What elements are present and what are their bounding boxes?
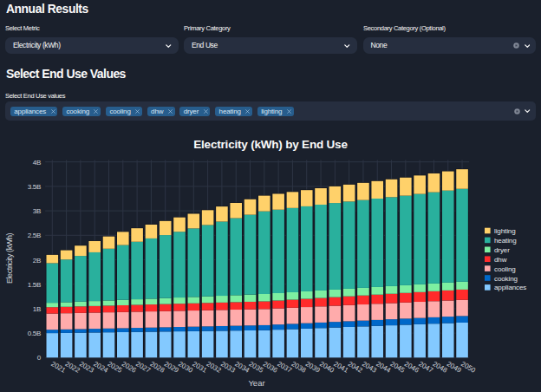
svg-text:2037: 2037 [276,360,293,375]
svg-text:2050: 2050 [460,360,477,375]
svg-text:cooling: cooling [494,265,516,273]
svg-text:dhw: dhw [494,256,507,264]
svg-text:Year: Year [248,378,264,388]
svg-text:2040: 2040 [318,360,336,375]
svg-text:2036: 2036 [262,360,279,375]
svg-text:appliances: appliances [494,284,526,291]
svg-text:3B: 3B [33,207,41,215]
svg-text:2041: 2041 [332,360,349,375]
svg-text:4B: 4B [33,159,41,167]
svg-text:2046: 2046 [403,360,420,375]
svg-text:2025: 2025 [107,360,124,375]
svg-text:2048: 2048 [431,360,448,375]
svg-text:2029: 2029 [163,360,180,375]
svg-text:2043: 2043 [361,360,378,375]
svg-text:2033: 2033 [219,360,237,375]
svg-text:2024: 2024 [92,360,109,375]
svg-text:heating: heating [494,237,517,245]
svg-text:dryer: dryer [494,246,510,254]
svg-text:2B: 2B [33,257,41,265]
svg-text:1B: 1B [33,305,41,313]
svg-text:2022: 2022 [64,360,81,375]
svg-text:0: 0 [37,354,42,362]
svg-text:2026: 2026 [121,360,138,375]
svg-text:2.5B: 2.5B [28,232,41,239]
svg-text:2045: 2045 [389,360,407,375]
svg-text:3.5B: 3.5B [28,183,41,191]
svg-text:2035: 2035 [248,360,265,375]
svg-text:Electricity (kWh): Electricity (kWh) [5,232,14,284]
svg-text:2049: 2049 [446,360,463,375]
svg-text:2047: 2047 [417,360,434,375]
svg-text:0.5B: 0.5B [28,330,41,337]
svg-text:2034: 2034 [233,360,251,375]
svg-text:2032: 2032 [205,360,223,375]
svg-text:Electricity (kWh) by End Use: Electricity (kWh) by End Use [193,138,348,151]
svg-text:cooking: cooking [494,275,518,283]
svg-text:2027: 2027 [134,360,152,375]
svg-text:2021: 2021 [49,360,67,375]
svg-text:2042: 2042 [347,360,364,375]
svg-text:1.5B: 1.5B [28,281,41,289]
svg-text:2044: 2044 [375,360,392,375]
svg-text:lighting: lighting [494,227,516,235]
svg-text:2023: 2023 [78,360,95,375]
svg-text:2028: 2028 [148,360,166,375]
svg-text:2031: 2031 [191,360,208,375]
svg-text:2038: 2038 [290,360,307,375]
svg-text:2039: 2039 [304,360,322,375]
svg-text:2030: 2030 [177,360,194,375]
